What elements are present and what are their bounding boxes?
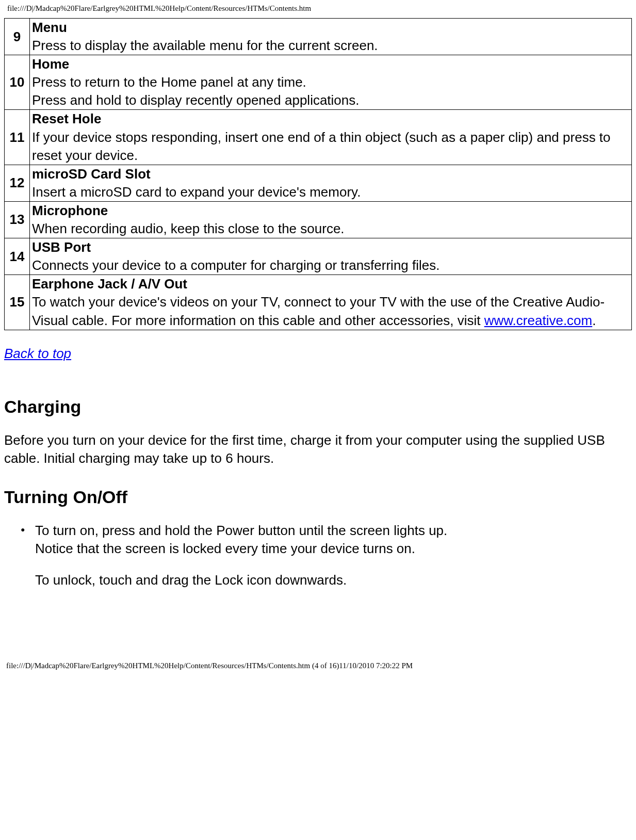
row-title: Home (32, 56, 69, 72)
turning-list: To turn on, press and hold the Power but… (4, 522, 632, 589)
table-row: 14USB PortConnects your device to a comp… (5, 238, 632, 275)
row-description: USB PortConnects your device to a comput… (30, 238, 632, 275)
row-number: 9 (5, 19, 30, 55)
table-row: 10HomePress to return to the Home panel … (5, 55, 632, 110)
table-row: 12microSD Card SlotInsert a microSD card… (5, 165, 632, 201)
list-item: To turn on, press and hold the Power but… (35, 522, 632, 589)
row-number: 13 (5, 201, 30, 238)
header-file-path: file:///D|/Madcap%20Flare/Earlgrey%20HTM… (7, 4, 632, 13)
row-number: 12 (5, 165, 30, 201)
row-title: Reset Hole (32, 111, 101, 126)
row-description: MicrophoneWhen recording audio, keep thi… (30, 201, 632, 238)
row-title: Microphone (32, 203, 108, 218)
footer-file-path: file:///D|/Madcap%20Flare/Earlgrey%20HTM… (6, 661, 632, 670)
creative-link[interactable]: www.creative.com (484, 313, 593, 328)
turning-bullet-para2: To unlock, touch and drag the Lock icon … (35, 571, 632, 589)
row-description: Reset HoleIf your device stops respondin… (30, 110, 632, 165)
row-description: HomePress to return to the Home panel at… (30, 55, 632, 110)
row-description: Earphone Jack / A/V OutTo watch your dev… (30, 275, 632, 330)
turning-heading: Turning On/Off (4, 487, 632, 507)
turning-bullet-line1: To turn on, press and hold the Power but… (35, 523, 447, 538)
table-row: 13MicrophoneWhen recording audio, keep t… (5, 201, 632, 238)
turning-bullet-line2: Notice that the screen is locked every t… (35, 541, 415, 556)
row-title: Menu (32, 20, 67, 35)
row-number: 10 (5, 55, 30, 110)
table-row: 15Earphone Jack / A/V OutTo watch your d… (5, 275, 632, 330)
charging-body: Before you turn on your device for the f… (4, 431, 632, 467)
row-number: 11 (5, 110, 30, 165)
row-title: USB Port (32, 239, 91, 255)
row-title: Earphone Jack / A/V Out (32, 276, 187, 292)
row-description: MenuPress to display the available menu … (30, 19, 632, 55)
back-to-top-link[interactable]: Back to top (4, 346, 71, 362)
table-row: 11Reset HoleIf your device stops respond… (5, 110, 632, 165)
table-row: 9MenuPress to display the available menu… (5, 19, 632, 55)
features-table: 9MenuPress to display the available menu… (4, 18, 632, 330)
row-title: microSD Card Slot (32, 166, 151, 182)
row-number: 14 (5, 238, 30, 275)
row-description: microSD Card SlotInsert a microSD card t… (30, 165, 632, 201)
row-number: 15 (5, 275, 30, 330)
charging-heading: Charging (4, 397, 632, 417)
